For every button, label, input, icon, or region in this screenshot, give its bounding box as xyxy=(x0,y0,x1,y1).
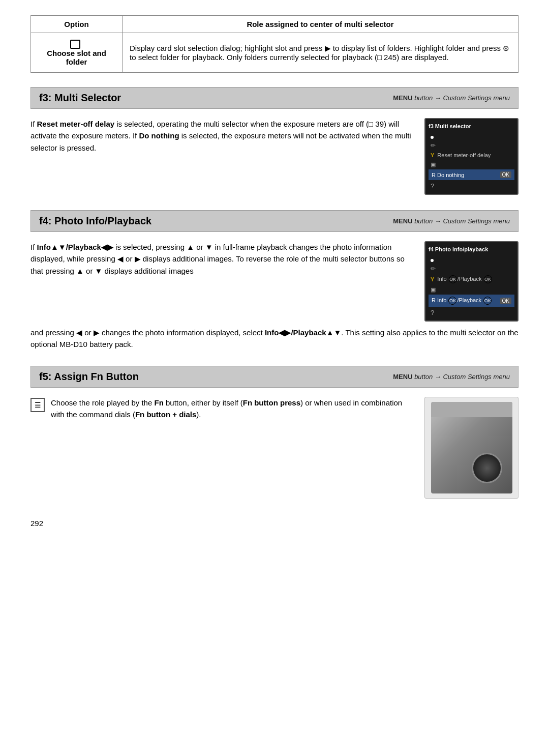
f5-camera-dial-image xyxy=(424,397,518,499)
f3-camera-screen: f3 Multi selector ✏ Y Reset meter-off de… xyxy=(424,118,518,195)
f4-menu-ref: MENU button → Custom Settings menu xyxy=(393,217,510,225)
y-label: Y xyxy=(431,152,434,158)
f3-menu-bold: MENU xyxy=(393,94,412,102)
f3-section-header: f3: Multi Selector MENU button → Custom … xyxy=(30,87,518,109)
f5-section-header: f5: Assign Fn Button MENU button → Custo… xyxy=(30,366,518,388)
r-label: R xyxy=(432,172,436,178)
f4-body: If Info▲▼/Playback◀▶ is selected, pressi… xyxy=(30,241,518,322)
f4-paragraph-1: If Info▲▼/Playback◀▶ is selected, pressi… xyxy=(30,241,414,277)
table-header-role: Role assigned to center of multi selecto… xyxy=(123,16,518,33)
img-label-2: ▣ xyxy=(431,286,436,293)
f5-paragraph: Choose the role played by the Fn button,… xyxy=(51,397,414,421)
f5-menu-ref: MENU button → Custom Settings menu xyxy=(393,373,510,381)
pencil-icon-2: ✏ xyxy=(431,265,436,272)
circled-ok-3: OK xyxy=(448,297,456,305)
f4-text: If Info▲▼/Playback◀▶ is selected, pressi… xyxy=(30,241,414,280)
f4-screen-row-1 xyxy=(429,257,514,264)
f4-info-label-2: R Info OK/Playback OK xyxy=(432,297,492,305)
f3-donothing-label: R Do nothing xyxy=(432,172,464,178)
f4-camera-screen: f4 Photo info/playback ✏ Y Info OK/Playb… xyxy=(424,241,518,322)
circled-ok-2: OK xyxy=(484,275,492,283)
r-label-2: R xyxy=(432,297,436,303)
circled-ok-4: OK xyxy=(483,297,492,305)
f4-screen-row-4: ▣ xyxy=(429,285,514,295)
dial-body xyxy=(431,402,512,493)
dial-circle xyxy=(472,453,502,483)
f3-reset-label: Reset meter-off delay xyxy=(437,152,491,158)
slot-icon xyxy=(70,40,80,49)
f5-title: f5: Assign Fn Button xyxy=(39,371,139,383)
f3-paragraph: If Reset meter-off delay is selected, op… xyxy=(30,118,414,154)
f4-question: ? xyxy=(429,307,514,316)
f3-menu-ref: MENU button → Custom Settings menu xyxy=(393,94,510,102)
f4-screen-title: f4 Photo info/playback xyxy=(429,246,514,254)
f4-ok-badge: OK xyxy=(500,298,511,304)
f3-menu-italic: Custom Settings menu xyxy=(443,94,510,102)
f3-screen-title: f3 Multi selector xyxy=(429,123,514,131)
f4-title: f4: Photo Info/Playback xyxy=(39,215,151,227)
f4-info-label-1: Info OK/Playback OK xyxy=(437,275,492,283)
f4-screen-row-5: R Info OK/Playback OK OK xyxy=(429,295,514,307)
dot-icon xyxy=(431,136,434,139)
f3-title: f3: Multi Selector xyxy=(39,92,121,104)
f4-screen-row-2: ✏ xyxy=(429,264,514,274)
f3-screen-row-1 xyxy=(429,134,514,140)
f3-screen-row-5: R Do nothing OK xyxy=(429,169,514,180)
f3-section-content: If Reset meter-off delay is selected, op… xyxy=(30,118,518,195)
table-header-option: Option xyxy=(31,16,123,33)
img-label: ▣ xyxy=(431,161,436,168)
page-number: 292 xyxy=(30,519,518,528)
dial-top-bar xyxy=(431,402,512,417)
y-label-2: Y xyxy=(431,276,434,282)
circled-ok-1: OK xyxy=(449,275,457,283)
menu-list-icon: ☰ xyxy=(30,398,45,412)
f3-screen-row-2: ✏ xyxy=(429,140,514,151)
f4-screen-row-3: Y Info OK/Playback OK xyxy=(429,274,514,285)
f3-screen-row-3: Y Reset meter-off delay xyxy=(429,151,514,160)
f5-menu-italic: Custom Settings menu xyxy=(443,373,510,381)
f4-section-content: If Info▲▼/Playback◀▶ is selected, pressi… xyxy=(30,241,518,351)
table-row-description: Display card slot selection dialog; high… xyxy=(123,33,518,73)
f5-menu-bold: MENU xyxy=(393,373,412,381)
f3-question: ? xyxy=(429,180,514,190)
f3-screen-row-4: ▣ xyxy=(429,160,514,169)
choose-slot-label: Choose slot and folder xyxy=(47,49,106,66)
f5-text: Choose the role played by the Fn button,… xyxy=(51,397,414,424)
f4-section-header: f4: Photo Info/Playback MENU button → Cu… xyxy=(30,210,518,232)
f3-text: If Reset meter-off delay is selected, op… xyxy=(30,118,414,157)
f3-ok-badge: OK xyxy=(500,171,511,178)
dot-icon-2 xyxy=(431,259,434,262)
f5-body: ☰ Choose the role played by the Fn butto… xyxy=(30,397,518,499)
f5-left: ☰ Choose the role played by the Fn butto… xyxy=(30,397,414,424)
f4-menu-bold: MENU xyxy=(393,217,412,225)
pencil-icon: ✏ xyxy=(431,142,436,149)
f5-section-content: ☰ Choose the role played by the Fn butto… xyxy=(30,397,518,499)
table-row-option: Choose slot and folder xyxy=(31,33,123,73)
f3-body: If Reset meter-off delay is selected, op… xyxy=(30,118,518,195)
f4-menu-italic: Custom Settings menu xyxy=(443,217,510,225)
option-table: Option Role assigned to center of multi … xyxy=(30,15,518,73)
f4-paragraph-2: and pressing ◀ or ▶ changes the photo in… xyxy=(30,327,518,351)
f5-icon: ☰ xyxy=(30,398,45,412)
